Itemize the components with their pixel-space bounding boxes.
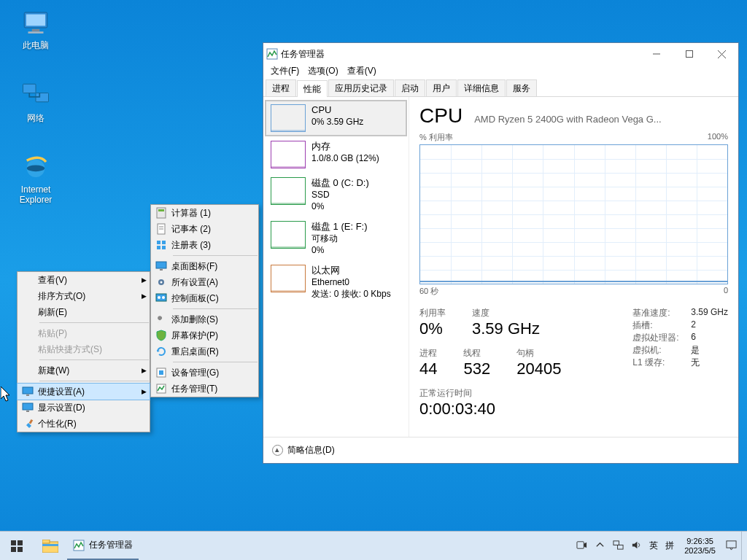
ctx-item[interactable]: 设备管理(G) [151, 365, 258, 381]
ime-mode[interactable]: 拼 [665, 540, 674, 552]
ctx-item[interactable]: 注册表 (3) [151, 237, 258, 253]
ctx-item[interactable]: 所有设置(A) [151, 274, 258, 290]
ctx-item[interactable]: 记事本 (2) [151, 221, 258, 237]
perf-category-dsk0[interactable]: 磁盘 0 (C: D:)SSD0% [266, 174, 406, 215]
ctx-item[interactable]: 桌面图标(F) [151, 258, 258, 274]
tray-up-icon[interactable] [595, 540, 605, 553]
ctx-item[interactable]: 查看(V)▶ [18, 272, 150, 288]
tray-network-icon[interactable] [613, 540, 624, 553]
label: 此电脑 [23, 40, 49, 50]
info-row: L1 缓存:无 [632, 357, 728, 369]
desktop-icon-this-pc[interactable]: 此电脑 [9, 7, 63, 50]
taskbar-explorer[interactable] [34, 532, 67, 560]
monitor-icon [18, 386, 38, 397]
ctx-item[interactable]: 便捷设置(A)▶ [18, 384, 150, 400]
thumb-icon [271, 177, 306, 205]
cpu-name: AMD Ryzen 5 2400G with Radeon Vega G... [474, 114, 728, 125]
ie-icon [20, 152, 51, 182]
ctx-item[interactable]: 新建(W)▶ [18, 362, 150, 378]
tab-用户[interactable]: 用户 [426, 79, 457, 96]
ctx-item[interactable]: 重启桌面(R) [151, 343, 258, 359]
monitor-icon [18, 402, 38, 413]
axis-left: 60 秒 [419, 286, 438, 297]
desktop-icon-ie[interactable]: Internet Explorer [9, 152, 63, 205]
perf-category-mem[interactable]: 内存1.0/8.0 GB (12%) [266, 138, 406, 171]
action-center-icon[interactable] [726, 540, 737, 553]
shield-icon [151, 330, 171, 341]
tab-进程[interactable]: 进程 [266, 79, 296, 96]
taskmgr-icon [263, 48, 281, 60]
menu-item[interactable]: 查看(V) [347, 65, 376, 79]
menu-bar: 文件(F)选项(O)查看(V) [263, 65, 738, 79]
stat: 进程44 [419, 347, 437, 378]
minimize-button[interactable] [640, 43, 673, 65]
svg-rect-21 [162, 246, 166, 249]
perf-category-dsk1[interactable]: 磁盘 1 (E: F:)可移动0% [266, 218, 406, 259]
tab-服务[interactable]: 服务 [506, 79, 537, 96]
tab-应用历史记录[interactable]: 应用历史记录 [328, 79, 394, 96]
ctx-item: 粘贴(P) [18, 325, 150, 341]
monitor-icon [151, 260, 171, 272]
cpu-title: CPU [419, 104, 462, 128]
svg-rect-39 [11, 547, 16, 552]
chart-label-left: % 利用率 [419, 132, 453, 143]
tray-volume-icon[interactable] [631, 540, 642, 553]
svg-rect-4 [23, 84, 36, 93]
info-row: 虚拟处理器:6 [632, 332, 728, 344]
cursor-icon [1, 386, 12, 404]
svg-rect-48 [727, 540, 736, 547]
ctx-item[interactable]: 个性化(R) [18, 416, 150, 432]
tab-性能[interactable]: 性能 [297, 80, 328, 97]
show-desktop-button[interactable] [741, 532, 747, 560]
thumb-icon [271, 141, 306, 168]
ctx-item[interactable]: 刷新(E) [18, 304, 150, 320]
svg-rect-30 [159, 370, 163, 375]
ctx-item[interactable]: 控制面板(C) [151, 290, 258, 306]
taskbar-app-taskmgr[interactable]: 任务管理器 [67, 532, 139, 560]
calc-icon [151, 207, 171, 219]
svg-point-28 [162, 296, 165, 299]
svg-rect-14 [158, 209, 164, 211]
start-button[interactable] [0, 532, 34, 560]
close-button[interactable] [705, 43, 738, 65]
ctx-item[interactable]: 显示设置(D) [18, 400, 150, 416]
cubes-icon [151, 239, 171, 251]
stat: 利用率0% [419, 307, 446, 338]
ctx-item[interactable]: 屏幕保护(P) [151, 327, 258, 343]
info-row: 虚拟机:是 [632, 344, 728, 357]
ctx-item[interactable]: 任务管理(T) [151, 381, 258, 397]
tab-启动[interactable]: 启动 [395, 79, 425, 96]
stat: 速度3.59 GHz [472, 307, 540, 338]
svg-rect-9 [26, 394, 29, 396]
tab-详细信息[interactable]: 详细信息 [457, 79, 506, 96]
axis-right: 0 [724, 286, 728, 297]
perf-main: CPU AMD Ryzen 5 2400G with Radeon Vega G… [409, 97, 738, 437]
clock-date: 2023/5/5 [684, 546, 716, 556]
system-tray: 英 拼 [572, 532, 678, 560]
menu-item[interactable]: 文件(F) [271, 65, 299, 79]
desktop-icon-network[interactable]: 网络 [9, 80, 63, 123]
ime-lang[interactable]: 英 [649, 540, 658, 552]
svg-rect-47 [618, 545, 624, 549]
svg-rect-38 [18, 540, 23, 545]
collapse-icon[interactable] [272, 445, 283, 456]
device-icon [151, 367, 171, 378]
maximize-button[interactable] [673, 43, 705, 65]
ctx-item[interactable]: 添加删除(S) [151, 311, 258, 327]
perf-category-cpu[interactable]: CPU0% 3.59 GHz [266, 101, 406, 135]
ctx-item[interactable]: 排序方式(O)▶ [18, 288, 150, 304]
footer: 简略信息(D) [263, 437, 738, 463]
svg-rect-2 [32, 29, 40, 32]
tray-meet-now-icon[interactable] [576, 540, 587, 553]
menu-item[interactable]: 选项(O) [308, 65, 338, 79]
svg-rect-18 [157, 241, 160, 244]
ctx-item[interactable]: 计算器 (1) [151, 205, 258, 221]
cpu-utilization-chart [419, 144, 728, 284]
titlebar[interactable]: 任务管理器 [263, 43, 738, 65]
info-row: 基准速度:3.59 GHz [632, 307, 728, 319]
svg-point-7 [27, 165, 45, 171]
clock[interactable]: 9:26:35 2023/5/5 [678, 532, 721, 560]
perf-category-eth[interactable]: 以太网Ethernet0发送: 0 接收: 0 Kbps [266, 262, 406, 303]
fewer-details-link[interactable]: 简略信息(D) [287, 444, 335, 456]
svg-rect-10 [23, 403, 33, 410]
